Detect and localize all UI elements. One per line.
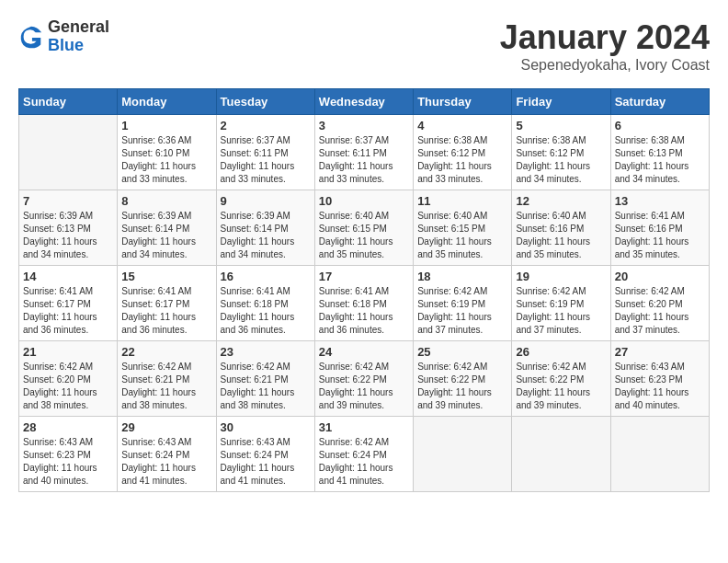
day-detail: Sunrise: 6:39 AMSunset: 6:13 PMDaylight:…: [23, 210, 113, 261]
day-number: 16: [221, 270, 311, 283]
day-detail: Sunrise: 6:41 AMSunset: 6:18 PMDaylight:…: [319, 285, 409, 337]
calendar-cell: [512, 417, 610, 492]
col-saturday: Saturday: [610, 89, 709, 115]
day-number: 23: [221, 345, 311, 359]
day-number: 11: [417, 194, 507, 208]
day-detail: Sunrise: 6:42 AMSunset: 6:22 PMDaylight:…: [516, 361, 606, 412]
day-number: 21: [23, 345, 113, 359]
day-number: 19: [516, 270, 606, 283]
logo-blue: Blue: [48, 37, 109, 55]
day-detail: Sunrise: 6:43 AMSunset: 6:23 PMDaylight:…: [23, 436, 113, 488]
title-block: January 2024 Sepenedyokaha, Ivory Coast: [500, 18, 710, 74]
day-detail: Sunrise: 6:43 AMSunset: 6:24 PMDaylight:…: [221, 436, 311, 488]
logo: General Blue: [18, 18, 109, 55]
col-wednesday: Wednesday: [314, 89, 413, 115]
day-detail: Sunrise: 6:40 AMSunset: 6:15 PMDaylight:…: [319, 210, 409, 261]
day-number: 5: [516, 119, 606, 132]
calendar-cell: 9 Sunrise: 6:39 AMSunset: 6:14 PMDayligh…: [216, 190, 314, 266]
calendar-cell: 26 Sunrise: 6:42 AMSunset: 6:22 PMDaylig…: [512, 341, 610, 417]
day-detail: Sunrise: 6:42 AMSunset: 6:19 PMDaylight:…: [516, 285, 606, 337]
calendar-cell: 27 Sunrise: 6:43 AMSunset: 6:23 PMDaylig…: [610, 341, 709, 417]
calendar-cell: 5 Sunrise: 6:38 AMSunset: 6:12 PMDayligh…: [512, 115, 610, 190]
day-detail: Sunrise: 6:42 AMSunset: 6:20 PMDaylight:…: [23, 361, 113, 412]
day-number: 17: [319, 270, 409, 283]
day-detail: Sunrise: 6:42 AMSunset: 6:20 PMDaylight:…: [615, 285, 705, 337]
col-tuesday: Tuesday: [216, 89, 314, 115]
logo-icon: [18, 24, 44, 50]
calendar-cell: 6 Sunrise: 6:38 AMSunset: 6:13 PMDayligh…: [610, 115, 709, 190]
page-header: General Blue January 2024 Sepenedyokaha,…: [18, 18, 710, 74]
col-friday: Friday: [512, 89, 610, 115]
calendar-cell: 23 Sunrise: 6:42 AMSunset: 6:21 PMDaylig…: [216, 341, 314, 417]
calendar-cell: 25 Sunrise: 6:42 AMSunset: 6:22 PMDaylig…: [414, 341, 512, 417]
calendar-cell: 11 Sunrise: 6:40 AMSunset: 6:15 PMDaylig…: [414, 190, 512, 266]
calendar-cell: [19, 115, 118, 190]
day-number: 28: [23, 420, 113, 434]
day-detail: Sunrise: 6:42 AMSunset: 6:24 PMDaylight:…: [319, 436, 409, 488]
day-number: 22: [121, 345, 211, 359]
day-detail: Sunrise: 6:42 AMSunset: 6:21 PMDaylight:…: [121, 361, 211, 412]
day-detail: Sunrise: 6:38 AMSunset: 6:12 PMDaylight:…: [417, 134, 507, 186]
calendar-week-2: 7 Sunrise: 6:39 AMSunset: 6:13 PMDayligh…: [19, 190, 710, 266]
day-number: 9: [221, 194, 311, 208]
calendar-cell: 10 Sunrise: 6:40 AMSunset: 6:15 PMDaylig…: [314, 190, 413, 266]
day-detail: Sunrise: 6:43 AMSunset: 6:24 PMDaylight:…: [121, 436, 211, 488]
calendar-cell: 20 Sunrise: 6:42 AMSunset: 6:20 PMDaylig…: [610, 266, 709, 341]
day-number: 6: [615, 119, 705, 132]
day-number: 31: [319, 420, 409, 434]
day-number: 2: [221, 119, 311, 132]
day-number: 15: [121, 270, 211, 283]
calendar-cell: 28 Sunrise: 6:43 AMSunset: 6:23 PMDaylig…: [19, 417, 118, 492]
calendar-cell: 22 Sunrise: 6:42 AMSunset: 6:21 PMDaylig…: [118, 341, 216, 417]
day-detail: Sunrise: 6:39 AMSunset: 6:14 PMDaylight:…: [221, 210, 311, 261]
day-detail: Sunrise: 6:40 AMSunset: 6:15 PMDaylight:…: [417, 210, 507, 261]
day-detail: Sunrise: 6:39 AMSunset: 6:14 PMDaylight:…: [121, 210, 211, 261]
calendar-cell: 8 Sunrise: 6:39 AMSunset: 6:14 PMDayligh…: [118, 190, 216, 266]
day-number: 7: [23, 194, 113, 208]
day-detail: Sunrise: 6:43 AMSunset: 6:23 PMDaylight:…: [615, 361, 705, 412]
col-sunday: Sunday: [19, 89, 118, 115]
day-number: 12: [516, 194, 606, 208]
day-detail: Sunrise: 6:37 AMSunset: 6:11 PMDaylight:…: [221, 134, 311, 186]
calendar-cell: 15 Sunrise: 6:41 AMSunset: 6:17 PMDaylig…: [118, 266, 216, 341]
col-monday: Monday: [118, 89, 216, 115]
calendar-cell: 24 Sunrise: 6:42 AMSunset: 6:22 PMDaylig…: [314, 341, 413, 417]
location-subtitle: Sepenedyokaha, Ivory Coast: [500, 57, 710, 74]
day-number: 24: [319, 345, 409, 359]
day-detail: Sunrise: 6:42 AMSunset: 6:22 PMDaylight:…: [319, 361, 409, 412]
day-number: 30: [221, 420, 311, 434]
day-detail: Sunrise: 6:38 AMSunset: 6:12 PMDaylight:…: [516, 134, 606, 186]
calendar-cell: 4 Sunrise: 6:38 AMSunset: 6:12 PMDayligh…: [414, 115, 512, 190]
calendar-table: Sunday Monday Tuesday Wednesday Thursday…: [18, 88, 710, 492]
header-row: Sunday Monday Tuesday Wednesday Thursday…: [19, 89, 710, 115]
day-number: 4: [417, 119, 507, 132]
calendar-cell: 29 Sunrise: 6:43 AMSunset: 6:24 PMDaylig…: [118, 417, 216, 492]
day-detail: Sunrise: 6:37 AMSunset: 6:11 PMDaylight:…: [319, 134, 409, 186]
col-thursday: Thursday: [414, 89, 512, 115]
calendar-cell: 13 Sunrise: 6:41 AMSunset: 6:16 PMDaylig…: [610, 190, 709, 266]
calendar-cell: 14 Sunrise: 6:41 AMSunset: 6:17 PMDaylig…: [19, 266, 118, 341]
calendar-cell: [610, 417, 709, 492]
day-detail: Sunrise: 6:36 AMSunset: 6:10 PMDaylight:…: [121, 134, 211, 186]
day-number: 29: [121, 420, 211, 434]
day-number: 26: [516, 345, 606, 359]
day-number: 20: [615, 270, 705, 283]
calendar-cell: 18 Sunrise: 6:42 AMSunset: 6:19 PMDaylig…: [414, 266, 512, 341]
day-detail: Sunrise: 6:40 AMSunset: 6:16 PMDaylight:…: [516, 210, 606, 261]
month-title: January 2024: [500, 18, 710, 57]
calendar-cell: [414, 417, 512, 492]
calendar-cell: 21 Sunrise: 6:42 AMSunset: 6:20 PMDaylig…: [19, 341, 118, 417]
day-number: 13: [615, 194, 705, 208]
day-number: 3: [319, 119, 409, 132]
day-detail: Sunrise: 6:42 AMSunset: 6:19 PMDaylight:…: [417, 285, 507, 337]
calendar-week-1: 1 Sunrise: 6:36 AMSunset: 6:10 PMDayligh…: [19, 115, 710, 190]
calendar-cell: 16 Sunrise: 6:41 AMSunset: 6:18 PMDaylig…: [216, 266, 314, 341]
day-detail: Sunrise: 6:41 AMSunset: 6:18 PMDaylight:…: [221, 285, 311, 337]
day-detail: Sunrise: 6:38 AMSunset: 6:13 PMDaylight:…: [615, 134, 705, 186]
day-detail: Sunrise: 6:41 AMSunset: 6:16 PMDaylight:…: [615, 210, 705, 261]
day-detail: Sunrise: 6:41 AMSunset: 6:17 PMDaylight:…: [23, 285, 113, 337]
calendar-cell: 2 Sunrise: 6:37 AMSunset: 6:11 PMDayligh…: [216, 115, 314, 190]
calendar-week-3: 14 Sunrise: 6:41 AMSunset: 6:17 PMDaylig…: [19, 266, 710, 341]
day-number: 8: [121, 194, 211, 208]
day-number: 25: [417, 345, 507, 359]
